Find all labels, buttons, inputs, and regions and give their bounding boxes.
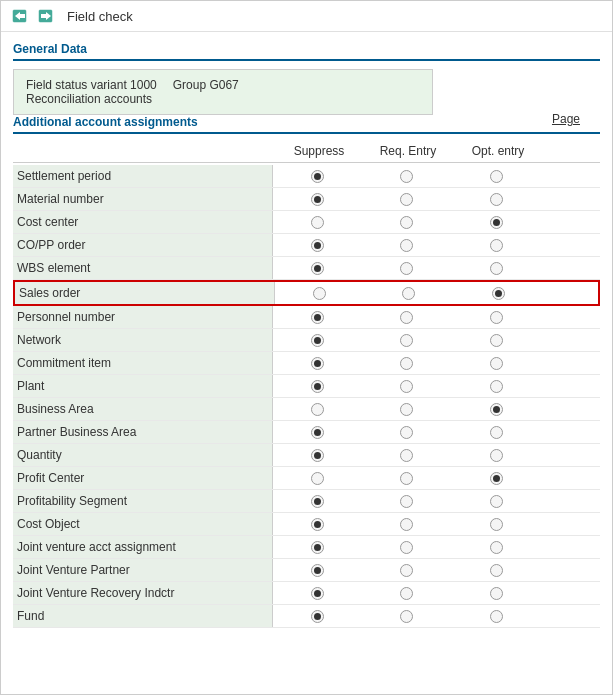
suppress-radio-cell[interactable] [273,605,361,627]
suppress-radio-button[interactable] [311,380,324,393]
opt-radio-cell[interactable] [451,449,541,462]
suppress-radio-cell[interactable] [273,329,361,351]
back-icon[interactable] [11,7,29,25]
opt-radio-cell[interactable] [451,193,541,206]
suppress-radio-cell[interactable] [275,282,363,304]
opt-radio-button[interactable] [490,216,503,229]
suppress-radio-button[interactable] [311,311,324,324]
opt-radio-button[interactable] [490,426,503,439]
req-radio-button[interactable] [400,610,413,623]
req-radio-button[interactable] [400,472,413,485]
opt-radio-button[interactable] [492,287,505,300]
suppress-radio-button[interactable] [311,541,324,554]
forward-icon[interactable] [37,7,55,25]
req-radio-button[interactable] [400,311,413,324]
opt-radio-button[interactable] [490,380,503,393]
opt-radio-button[interactable] [490,193,503,206]
opt-radio-cell[interactable] [451,610,541,623]
suppress-radio-cell[interactable] [273,352,361,374]
suppress-radio-cell[interactable] [273,490,361,512]
req-radio-cell[interactable] [361,380,451,393]
req-radio-button[interactable] [400,541,413,554]
opt-radio-button[interactable] [490,357,503,370]
suppress-radio-button[interactable] [313,287,326,300]
req-radio-cell[interactable] [361,357,451,370]
suppress-radio-cell[interactable] [273,421,361,443]
req-radio-cell[interactable] [361,193,451,206]
suppress-radio-button[interactable] [311,334,324,347]
suppress-radio-button[interactable] [311,262,324,275]
suppress-radio-cell[interactable] [273,398,361,420]
suppress-radio-button[interactable] [311,193,324,206]
suppress-radio-cell[interactable] [273,306,361,328]
opt-radio-button[interactable] [490,495,503,508]
req-radio-cell[interactable] [361,472,451,485]
suppress-radio-button[interactable] [311,239,324,252]
opt-radio-cell[interactable] [451,426,541,439]
suppress-radio-cell[interactable] [273,582,361,604]
req-radio-cell[interactable] [361,311,451,324]
req-radio-cell[interactable] [361,610,451,623]
suppress-radio-button[interactable] [311,403,324,416]
suppress-radio-cell[interactable] [273,188,361,210]
req-radio-cell[interactable] [361,495,451,508]
opt-radio-cell[interactable] [451,564,541,577]
opt-radio-button[interactable] [490,262,503,275]
req-radio-cell[interactable] [361,334,451,347]
req-radio-cell[interactable] [361,449,451,462]
suppress-radio-button[interactable] [311,564,324,577]
opt-radio-cell[interactable] [451,239,541,252]
req-radio-cell[interactable] [363,287,453,300]
suppress-radio-cell[interactable] [273,513,361,535]
suppress-radio-button[interactable] [311,216,324,229]
req-radio-button[interactable] [400,357,413,370]
req-radio-button[interactable] [400,380,413,393]
req-radio-button[interactable] [400,449,413,462]
suppress-radio-button[interactable] [311,610,324,623]
opt-radio-cell[interactable] [451,472,541,485]
suppress-radio-cell[interactable] [273,536,361,558]
req-radio-cell[interactable] [361,170,451,183]
req-radio-cell[interactable] [361,587,451,600]
req-radio-cell[interactable] [361,426,451,439]
opt-radio-button[interactable] [490,311,503,324]
req-radio-button[interactable] [400,262,413,275]
suppress-radio-cell[interactable] [273,165,361,187]
req-radio-cell[interactable] [361,403,451,416]
req-radio-cell[interactable] [361,216,451,229]
opt-radio-cell[interactable] [451,357,541,370]
suppress-radio-button[interactable] [311,472,324,485]
opt-radio-cell[interactable] [451,587,541,600]
opt-radio-cell[interactable] [451,311,541,324]
opt-radio-button[interactable] [490,170,503,183]
opt-radio-cell[interactable] [451,518,541,531]
req-radio-button[interactable] [400,495,413,508]
suppress-radio-button[interactable] [311,449,324,462]
req-radio-button[interactable] [400,170,413,183]
suppress-radio-cell[interactable] [273,234,361,256]
suppress-radio-cell[interactable] [273,444,361,466]
req-radio-cell[interactable] [361,239,451,252]
suppress-radio-cell[interactable] [273,211,361,233]
opt-radio-button[interactable] [490,403,503,416]
opt-radio-button[interactable] [490,541,503,554]
suppress-radio-button[interactable] [311,495,324,508]
suppress-radio-cell[interactable] [273,467,361,489]
req-radio-button[interactable] [402,287,415,300]
opt-radio-button[interactable] [490,472,503,485]
req-radio-button[interactable] [400,403,413,416]
opt-radio-cell[interactable] [451,495,541,508]
req-radio-cell[interactable] [361,564,451,577]
opt-radio-button[interactable] [490,334,503,347]
opt-radio-cell[interactable] [451,170,541,183]
suppress-radio-button[interactable] [311,587,324,600]
req-radio-button[interactable] [400,587,413,600]
opt-radio-button[interactable] [490,587,503,600]
req-radio-button[interactable] [400,239,413,252]
opt-radio-button[interactable] [490,239,503,252]
suppress-radio-cell[interactable] [273,375,361,397]
opt-radio-button[interactable] [490,518,503,531]
req-radio-cell[interactable] [361,518,451,531]
suppress-radio-button[interactable] [311,170,324,183]
suppress-radio-button[interactable] [311,518,324,531]
